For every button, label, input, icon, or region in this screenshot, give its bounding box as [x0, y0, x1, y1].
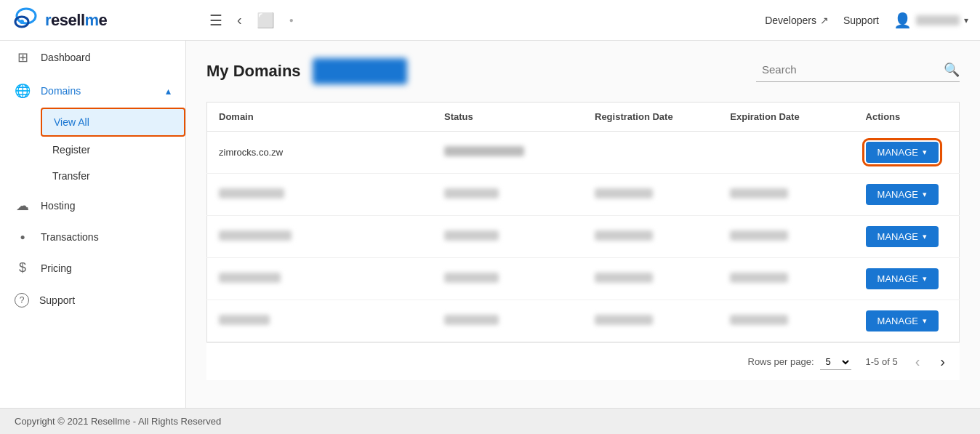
domain-cell	[207, 258, 433, 300]
rows-per-page-label: Rows per page:	[748, 356, 814, 367]
sidebar-item-dashboard[interactable]: ⊞ Dashboard	[0, 41, 185, 74]
actions-cell: MANAGE ▾	[854, 258, 960, 300]
status-cell	[433, 216, 583, 258]
sidebar-item-transfer[interactable]: Transfer	[41, 163, 185, 189]
reg-date-cell	[583, 300, 718, 342]
sidebar-item-label: Domains	[41, 85, 81, 97]
domain-cell	[207, 216, 433, 258]
prev-page-button[interactable]: ‹	[912, 353, 923, 370]
table-body: zimrocks.co.zw MANAGE ▾	[207, 132, 960, 342]
reg-date-cell	[583, 258, 718, 300]
col-reg-date: Registration Date	[583, 103, 718, 132]
sidebar-item-pricing[interactable]: $ Pricing	[0, 252, 185, 284]
col-domain: Domain	[207, 103, 433, 132]
actions-cell: MANAGE ▾	[854, 216, 960, 258]
rows-per-page: Rows per page: 5 10 25	[748, 354, 851, 370]
manage-button-4[interactable]: MANAGE ▾	[866, 268, 939, 289]
globe-icon: 🌐	[15, 83, 31, 99]
sidebar-item-register[interactable]: Register	[41, 137, 185, 163]
status-cell	[433, 300, 583, 342]
manage-button-2[interactable]: MANAGE ▾	[866, 184, 939, 205]
reg-date-cell	[583, 216, 718, 258]
transactions-icon: ●	[15, 232, 31, 242]
chevron-up-icon: ▴	[166, 85, 171, 97]
back-icon[interactable]: ‹	[237, 12, 242, 28]
user-icon: 👤	[893, 12, 912, 29]
status-cell	[433, 258, 583, 300]
search-input[interactable]	[756, 60, 944, 79]
chevron-down-icon: ▾	[923, 148, 927, 157]
exp-date-cell	[718, 258, 854, 300]
chevron-down-icon: ▾	[923, 316, 927, 326]
sidebar-item-domains[interactable]: 🌐 Domains ▴	[0, 74, 185, 108]
page-info: 1-5 of 5	[866, 356, 898, 367]
sidebar: ⊞ Dashboard 🌐 Domains ▴ View All Registe…	[0, 41, 186, 408]
dashboard-icon: ⊞	[15, 49, 31, 65]
chevron-down-icon: ▾	[923, 190, 927, 199]
svg-point-2	[20, 20, 24, 24]
table-row: MANAGE ▾	[207, 258, 960, 300]
manage-button-3[interactable]: MANAGE ▾	[866, 226, 939, 247]
page-header: My Domains 🔍	[206, 58, 960, 84]
search-icon[interactable]: 🔍	[944, 62, 960, 78]
exp-date-cell	[718, 174, 854, 216]
footer-text: Copyright © 2021 Resellme - All Rights R…	[15, 416, 221, 427]
sidebar-item-view-all[interactable]: View All	[41, 108, 185, 137]
search-area: 🔍	[756, 60, 960, 82]
reg-date-cell	[583, 174, 718, 216]
user-name	[916, 15, 960, 25]
developers-link[interactable]: Developers ↗	[765, 15, 829, 26]
chevron-down-icon: ▾	[923, 232, 927, 241]
sidebar-item-label: Support	[39, 294, 75, 306]
chevron-down-icon: ▾	[964, 15, 968, 25]
support-link[interactable]: Support	[843, 15, 879, 26]
main-layout: ⊞ Dashboard 🌐 Domains ▴ View All Registe…	[0, 41, 980, 408]
status-cell	[433, 174, 583, 216]
developers-label: Developers	[765, 15, 816, 26]
table-row: MANAGE ▾	[207, 216, 960, 258]
table-header: Domain Status Registration Date Expirati…	[207, 103, 960, 132]
page-title: My Domains	[206, 62, 301, 81]
next-page-button[interactable]: ›	[937, 353, 948, 370]
sidebar-item-label: Transactions	[41, 231, 99, 243]
topbar-center: ☰ ‹ ⬜ ●	[198, 12, 765, 29]
col-status: Status	[433, 103, 583, 132]
topbar-right: Developers ↗ Support 👤 ▾	[765, 12, 968, 29]
topbar: resellme ☰ ‹ ⬜ ● Developers ↗ Support 👤 …	[0, 0, 980, 41]
footer: Copyright © 2021 Resellme - All Rights R…	[0, 408, 980, 434]
col-actions: Actions	[854, 103, 960, 132]
user-menu[interactable]: 👤 ▾	[893, 12, 968, 29]
circle-icon: ●	[289, 16, 294, 24]
rows-per-page-select[interactable]: 5 10 25	[820, 354, 851, 370]
exp-date-cell	[718, 300, 854, 342]
blurred-action-button[interactable]	[313, 58, 407, 84]
exp-date-cell	[718, 132, 854, 174]
table-row: MANAGE ▾	[207, 174, 960, 216]
cloud-icon: ☁	[15, 198, 31, 214]
domain-cell: zimrocks.co.zw	[207, 132, 433, 174]
logo[interactable]: resellme	[12, 6, 107, 35]
menu-icon[interactable]: ☰	[209, 12, 222, 29]
content-area: My Domains 🔍 Domain Status Registration …	[186, 41, 980, 408]
domains-table: Domain Status Registration Date Expirati…	[206, 102, 960, 342]
table-row: MANAGE ▾	[207, 300, 960, 342]
sidebar-item-label: Dashboard	[41, 52, 91, 63]
sidebar-item-label: Hosting	[41, 200, 75, 212]
domain-cell	[207, 174, 433, 216]
sidebar-item-support[interactable]: ? Support	[0, 284, 185, 316]
manage-button-5[interactable]: MANAGE ▾	[866, 310, 939, 331]
window-icon[interactable]: ⬜	[257, 12, 275, 29]
sidebar-item-transactions[interactable]: ● Transactions	[0, 222, 185, 252]
logo-text: resellme	[45, 11, 107, 30]
reg-date-cell	[583, 132, 718, 174]
domain-cell	[207, 300, 433, 342]
chevron-down-icon: ▾	[923, 274, 927, 284]
external-icon: ↗	[820, 15, 829, 26]
manage-button-1[interactable]: MANAGE ▾	[866, 142, 939, 163]
actions-cell: MANAGE ▾	[854, 174, 960, 216]
sidebar-item-label: Pricing	[41, 262, 72, 274]
support-label: Support	[843, 15, 879, 26]
sidebar-item-hosting[interactable]: ☁ Hosting	[0, 189, 185, 222]
status-cell	[433, 132, 583, 174]
exp-date-cell	[718, 216, 854, 258]
